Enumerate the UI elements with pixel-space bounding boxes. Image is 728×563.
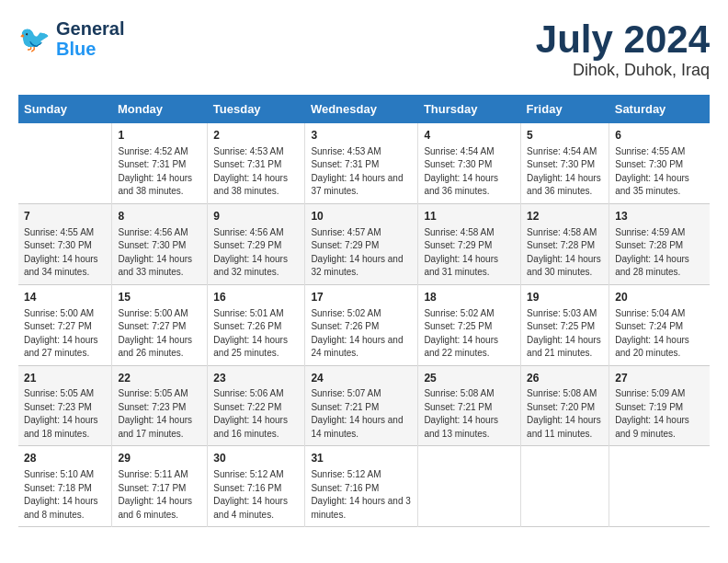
calendar-cell: 13Sunrise: 4:59 AM Sunset: 7:28 PM Dayli… xyxy=(609,203,710,284)
cell-info: Sunrise: 5:02 AM Sunset: 7:26 PM Dayligh… xyxy=(311,307,412,361)
cell-info: Sunrise: 4:58 AM Sunset: 7:28 PM Dayligh… xyxy=(527,226,603,280)
calendar-cell: 12Sunrise: 4:58 AM Sunset: 7:28 PM Dayli… xyxy=(521,203,609,284)
date-number: 18 xyxy=(424,290,515,305)
cell-info: Sunrise: 5:05 AM Sunset: 7:23 PM Dayligh… xyxy=(118,387,201,441)
calendar-cell: 14Sunrise: 5:00 AM Sunset: 7:27 PM Dayli… xyxy=(18,284,112,365)
date-number: 10 xyxy=(311,209,412,224)
calendar-cell: 2Sunrise: 4:53 AM Sunset: 7:31 PM Daylig… xyxy=(208,123,305,203)
date-number: 28 xyxy=(24,451,106,466)
date-number: 6 xyxy=(615,128,704,144)
date-number: 24 xyxy=(311,371,412,386)
logo-text: General Blue xyxy=(56,18,124,59)
cell-info: Sunrise: 5:06 AM Sunset: 7:22 PM Dayligh… xyxy=(213,387,299,441)
calendar-cell: 19Sunrise: 5:03 AM Sunset: 7:25 PM Dayli… xyxy=(521,284,609,365)
calendar-cell: 24Sunrise: 5:07 AM Sunset: 7:21 PM Dayli… xyxy=(305,365,418,446)
calendar-cell: 16Sunrise: 5:01 AM Sunset: 7:26 PM Dayli… xyxy=(208,284,305,365)
date-number: 30 xyxy=(213,451,299,466)
date-number: 26 xyxy=(527,371,603,386)
day-header-monday: Monday xyxy=(112,95,208,123)
calendar-cell: 18Sunrise: 5:02 AM Sunset: 7:25 PM Dayli… xyxy=(418,284,521,365)
cell-info: Sunrise: 5:09 AM Sunset: 7:19 PM Dayligh… xyxy=(615,387,704,441)
date-number: 17 xyxy=(311,290,412,305)
cell-info: Sunrise: 5:00 AM Sunset: 7:27 PM Dayligh… xyxy=(118,307,201,361)
cell-info: Sunrise: 5:08 AM Sunset: 7:21 PM Dayligh… xyxy=(424,387,515,441)
calendar-cell: 17Sunrise: 5:02 AM Sunset: 7:26 PM Dayli… xyxy=(305,284,418,365)
date-number: 7 xyxy=(24,209,106,224)
date-number: 13 xyxy=(615,209,704,224)
day-header-sunday: Sunday xyxy=(18,95,112,123)
date-number: 25 xyxy=(424,371,515,386)
month-year-title: July 2024 xyxy=(536,18,710,61)
cell-info: Sunrise: 4:54 AM Sunset: 7:30 PM Dayligh… xyxy=(424,145,515,199)
date-number: 2 xyxy=(213,128,299,144)
cell-info: Sunrise: 4:53 AM Sunset: 7:31 PM Dayligh… xyxy=(213,145,299,199)
cell-info: Sunrise: 5:05 AM Sunset: 7:23 PM Dayligh… xyxy=(24,387,106,441)
calendar-cell: 1Sunrise: 4:52 AM Sunset: 7:31 PM Daylig… xyxy=(112,123,208,203)
calendar-cell xyxy=(521,446,609,527)
cell-info: Sunrise: 5:03 AM Sunset: 7:25 PM Dayligh… xyxy=(527,307,603,361)
date-number: 15 xyxy=(118,290,201,305)
calendar-cell xyxy=(609,446,710,527)
logo: 🐦 General Blue xyxy=(18,18,124,59)
calendar-cell: 10Sunrise: 4:57 AM Sunset: 7:29 PM Dayli… xyxy=(305,203,418,284)
cell-info: Sunrise: 4:56 AM Sunset: 7:29 PM Dayligh… xyxy=(213,226,299,280)
cell-info: Sunrise: 5:01 AM Sunset: 7:26 PM Dayligh… xyxy=(213,307,299,361)
page-header: 🐦 General Blue July 2024 Dihok, Duhok, I… xyxy=(18,18,710,80)
date-number: 31 xyxy=(311,451,412,466)
date-number: 21 xyxy=(24,371,106,386)
calendar-cell: 27Sunrise: 5:09 AM Sunset: 7:19 PM Dayli… xyxy=(609,365,710,446)
calendar-cell: 3Sunrise: 4:53 AM Sunset: 7:31 PM Daylig… xyxy=(305,123,418,203)
calendar-week-row: 1Sunrise: 4:52 AM Sunset: 7:31 PM Daylig… xyxy=(18,123,710,203)
cell-info: Sunrise: 4:55 AM Sunset: 7:30 PM Dayligh… xyxy=(615,145,704,199)
calendar-week-row: 7Sunrise: 4:55 AM Sunset: 7:30 PM Daylig… xyxy=(18,203,710,284)
calendar-header-row: SundayMondayTuesdayWednesdayThursdayFrid… xyxy=(18,95,710,123)
date-number: 27 xyxy=(615,371,704,386)
title-section: July 2024 Dihok, Duhok, Iraq xyxy=(536,18,710,80)
calendar-cell: 6Sunrise: 4:55 AM Sunset: 7:30 PM Daylig… xyxy=(609,123,710,203)
date-number: 14 xyxy=(24,290,106,305)
calendar-table: SundayMondayTuesdayWednesdayThursdayFrid… xyxy=(18,95,710,527)
cell-info: Sunrise: 4:58 AM Sunset: 7:29 PM Dayligh… xyxy=(424,226,515,280)
calendar-cell: 5Sunrise: 4:54 AM Sunset: 7:30 PM Daylig… xyxy=(521,123,609,203)
calendar-week-row: 28Sunrise: 5:10 AM Sunset: 7:18 PM Dayli… xyxy=(18,446,710,527)
day-header-tuesday: Tuesday xyxy=(208,95,305,123)
calendar-cell: 31Sunrise: 5:12 AM Sunset: 7:16 PM Dayli… xyxy=(305,446,418,527)
day-header-friday: Friday xyxy=(521,95,609,123)
calendar-cell: 8Sunrise: 4:56 AM Sunset: 7:30 PM Daylig… xyxy=(112,203,208,284)
date-number: 29 xyxy=(118,451,201,466)
calendar-week-row: 21Sunrise: 5:05 AM Sunset: 7:23 PM Dayli… xyxy=(18,365,710,446)
cell-info: Sunrise: 5:10 AM Sunset: 7:18 PM Dayligh… xyxy=(24,468,106,522)
date-number: 5 xyxy=(527,128,603,144)
calendar-week-row: 14Sunrise: 5:00 AM Sunset: 7:27 PM Dayli… xyxy=(18,284,710,365)
day-header-saturday: Saturday xyxy=(609,95,710,123)
calendar-cell: 28Sunrise: 5:10 AM Sunset: 7:18 PM Dayli… xyxy=(18,446,112,527)
date-number: 3 xyxy=(311,128,412,144)
cell-info: Sunrise: 4:56 AM Sunset: 7:30 PM Dayligh… xyxy=(118,226,201,280)
date-number: 12 xyxy=(527,209,603,224)
cell-info: Sunrise: 5:02 AM Sunset: 7:25 PM Dayligh… xyxy=(424,307,515,361)
calendar-cell: 21Sunrise: 5:05 AM Sunset: 7:23 PM Dayli… xyxy=(18,365,112,446)
date-number: 19 xyxy=(527,290,603,305)
calendar-cell: 25Sunrise: 5:08 AM Sunset: 7:21 PM Dayli… xyxy=(418,365,521,446)
date-number: 9 xyxy=(213,209,299,224)
date-number: 20 xyxy=(615,290,704,305)
cell-info: Sunrise: 5:07 AM Sunset: 7:21 PM Dayligh… xyxy=(311,387,412,441)
calendar-cell: 26Sunrise: 5:08 AM Sunset: 7:20 PM Dayli… xyxy=(521,365,609,446)
cell-info: Sunrise: 4:53 AM Sunset: 7:31 PM Dayligh… xyxy=(311,145,412,199)
calendar-cell: 22Sunrise: 5:05 AM Sunset: 7:23 PM Dayli… xyxy=(112,365,208,446)
date-number: 22 xyxy=(118,371,201,386)
date-number: 4 xyxy=(424,128,515,144)
day-header-wednesday: Wednesday xyxy=(305,95,418,123)
date-number: 11 xyxy=(424,209,515,224)
cell-info: Sunrise: 4:59 AM Sunset: 7:28 PM Dayligh… xyxy=(615,226,704,280)
calendar-cell: 11Sunrise: 4:58 AM Sunset: 7:29 PM Dayli… xyxy=(418,203,521,284)
calendar-cell: 4Sunrise: 4:54 AM Sunset: 7:30 PM Daylig… xyxy=(418,123,521,203)
logo-bird-icon: 🐦 xyxy=(18,24,51,54)
cell-info: Sunrise: 5:00 AM Sunset: 7:27 PM Dayligh… xyxy=(24,307,106,361)
cell-info: Sunrise: 4:57 AM Sunset: 7:29 PM Dayligh… xyxy=(311,226,412,280)
date-number: 23 xyxy=(213,371,299,386)
calendar-cell: 9Sunrise: 4:56 AM Sunset: 7:29 PM Daylig… xyxy=(208,203,305,284)
day-header-thursday: Thursday xyxy=(418,95,521,123)
cell-info: Sunrise: 5:12 AM Sunset: 7:16 PM Dayligh… xyxy=(311,468,412,522)
location-subtitle: Dihok, Duhok, Iraq xyxy=(536,61,710,80)
